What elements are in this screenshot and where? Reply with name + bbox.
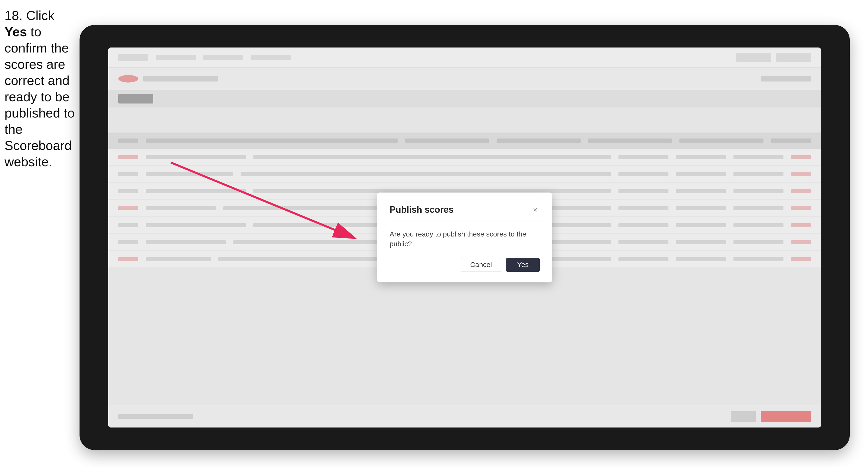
- instruction-prefix: Click: [26, 8, 55, 23]
- tablet-screen: Publish scores × Are you ready to publis…: [108, 48, 821, 428]
- instruction-text: 18. Click Yes to confirm the scores are …: [4, 7, 77, 170]
- step-number: 18.: [4, 8, 23, 23]
- tablet-device: Publish scores × Are you ready to publis…: [80, 25, 850, 450]
- annotation-arrow: [108, 48, 821, 428]
- svg-line-1: [171, 162, 353, 238]
- instruction-bold: Yes: [4, 25, 27, 39]
- instruction-suffix: to confirm the scores are correct and re…: [4, 25, 74, 169]
